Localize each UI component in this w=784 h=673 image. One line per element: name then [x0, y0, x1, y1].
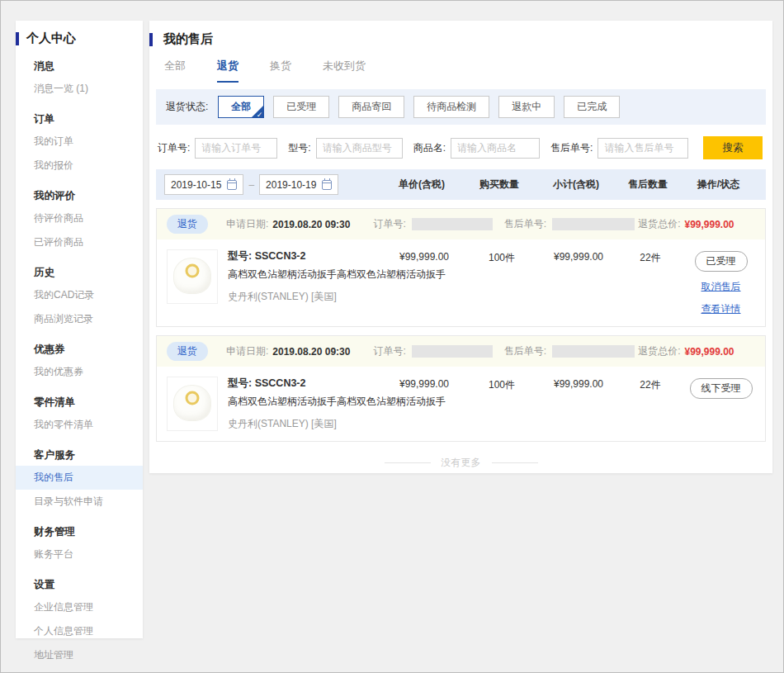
tab-returns[interactable]: 退货: [217, 59, 239, 83]
sidebar-item-catalog-software[interactable]: 目录与软件申请: [16, 490, 143, 514]
return-total-value: ¥99,999.00: [684, 219, 734, 230]
qty-value: 100件: [465, 251, 538, 316]
return-status-filter: 退货状态: 全部 ✓ 已受理 商品寄回 待商品检测 退款中 已完成: [156, 89, 766, 125]
product-image[interactable]: [167, 377, 218, 431]
view-details-link[interactable]: 查看详情: [701, 302, 741, 316]
table-header: 2019-10-15 – 2019-10-19 单价(含税) 购买数量 小计(含…: [156, 169, 766, 200]
sidebar-title-text: 个人中心: [26, 31, 76, 46]
status-option-returned[interactable]: 商品寄回: [338, 96, 404, 118]
sidebar-item-reviewed[interactable]: 已评价商品: [16, 230, 143, 254]
divider-line: [492, 462, 538, 463]
col-subtotal: 小计(含税): [536, 178, 616, 192]
sidebar-item-invoice-mgmt[interactable]: 发票管理: [16, 667, 143, 673]
sidebar-title: 个人中心: [16, 21, 143, 48]
sidebar-item-browse-history[interactable]: 商品浏览记录: [16, 307, 143, 331]
sidebar-item-my-quotes[interactable]: 我的报价: [16, 154, 143, 178]
sidebar-item-pending-review[interactable]: 待评价商品: [16, 206, 143, 230]
sidebar-item-address-mgmt[interactable]: 地址管理: [16, 643, 143, 667]
product-description[interactable]: 高档双色沾塑柄活动扳手高档双色沾塑柄活动扳手: [228, 268, 383, 282]
sidebar-item-my-coupons[interactable]: 我的优惠券: [16, 360, 143, 384]
aftersale-no-redacted: [552, 345, 635, 358]
product-info: 型号: SSCCN3-2 高档双色沾塑柄活动扳手高档双色沾塑柄活动扳手 史丹利(…: [228, 249, 383, 304]
return-total-label: 退货总价:: [638, 344, 680, 358]
product-info: 型号: SSCCN3-2 高档双色沾塑柄活动扳手高档双色沾塑柄活动扳手 史丹利(…: [228, 377, 383, 431]
order-card: 退货 申请日期: 2019.08.20 09:30 订单号: 售后单号: 退货总…: [156, 335, 766, 442]
tab-all[interactable]: 全部: [164, 59, 186, 83]
apply-date-label: 申请日期:: [226, 217, 268, 231]
status-badge: 已受理: [695, 251, 748, 272]
subtotal-value: ¥99,999.00: [538, 378, 619, 399]
sidebar-item-messages[interactable]: 消息一览 (1): [16, 77, 143, 101]
return-total-value: ¥99,999.00: [684, 346, 734, 358]
return-status-label: 退货状态:: [166, 100, 208, 114]
check-icon: ✓: [257, 111, 263, 118]
aftersale-no-label: 售后单号:: [550, 141, 593, 155]
column-headers: 单价(含税) 购买数量 小计(含税) 售后数量 操作/状态: [380, 178, 758, 192]
order-no-input[interactable]: [195, 138, 277, 159]
date-to-value: 2019-10-19: [266, 179, 316, 191]
order-no-label: 订单号:: [373, 344, 405, 358]
sidebar-section-header: 我的评价: [16, 178, 143, 206]
status-option-inspection[interactable]: 待商品检测: [413, 96, 489, 118]
page-title-text: 我的售后: [163, 31, 213, 47]
sidebar-section-header: 设置: [16, 566, 143, 595]
date-from-picker[interactable]: 2019-10-15: [164, 174, 243, 195]
sidebar-item-parts-list[interactable]: 我的零件清单: [16, 413, 143, 437]
product-description[interactable]: 高档双色沾塑柄活动扳手高档双色沾塑柄活动扳手: [228, 395, 383, 409]
main-panel: 我的售后 全部 退货 换货 未收到货 退货状态: 全部 ✓ 已受理 商品寄回 待…: [149, 21, 772, 473]
search-row: 订单号: 型号: 商品名: 售后单号: 搜索: [149, 125, 772, 169]
tab-exchanges[interactable]: 换货: [270, 59, 291, 83]
model-label: 型号:: [288, 141, 310, 155]
search-button[interactable]: 搜索: [703, 136, 763, 159]
col-qty: 购买数量: [463, 178, 536, 192]
model-value: SSCCN3-2: [255, 377, 306, 389]
col-unit-price: 单价(含税): [380, 178, 463, 192]
status-option-completed[interactable]: 已完成: [564, 96, 620, 118]
product-brand: 史丹利(STANLEY) [美国]: [228, 290, 383, 304]
date-to-picker[interactable]: 2019-10-19: [259, 174, 338, 195]
unit-price-value: ¥99,999.00: [383, 251, 465, 316]
order-values: ¥99,999.00 100件 ¥99,999.00 22件 线下受理: [383, 377, 760, 399]
sidebar-item-company-info[interactable]: 企业信息管理: [16, 595, 143, 619]
apply-date-value: 2019.08.20 09:30: [272, 346, 350, 358]
sidebar-section-header: 优惠券: [16, 331, 143, 360]
product-name-label: 商品名:: [413, 141, 446, 155]
sidebar-section-header: 消息: [16, 48, 143, 77]
status-option-accepted[interactable]: 已受理: [273, 96, 329, 118]
product-image[interactable]: [167, 249, 218, 304]
sidebar-item-billing-platform[interactable]: 账务平台: [16, 543, 143, 566]
model-label: 型号:: [228, 250, 252, 262]
product-image-valve: [186, 391, 200, 405]
product-brand: 史丹利(STANLEY) [美国]: [228, 417, 383, 431]
sidebar-section-header: 财务管理: [16, 514, 143, 543]
sidebar-section-header: 零件清单: [16, 384, 143, 413]
model-input[interactable]: [316, 138, 403, 159]
return-badge: 退货: [167, 215, 208, 234]
calendar-icon: [322, 180, 332, 190]
model-field: 型号:: [288, 138, 402, 159]
cancel-aftersale-link[interactable]: 取消售后: [701, 280, 741, 294]
return-total-label: 退货总价:: [638, 217, 680, 231]
apply-date-value: 2019.08.20 09:30: [272, 219, 350, 230]
sidebar-item-cad-history[interactable]: 我的CAD记录: [16, 283, 143, 307]
subtotal-value: ¥99,999.00: [538, 251, 619, 316]
aftersale-qty-value: 22件: [619, 251, 682, 316]
sidebar-item-personal-info[interactable]: 个人信息管理: [16, 619, 143, 643]
aftersale-tabs: 全部 退货 换货 未收到货: [149, 52, 772, 83]
sidebar-item-my-orders[interactable]: 我的订单: [16, 130, 143, 154]
sidebar-item-my-aftersales[interactable]: 我的售后: [16, 466, 143, 490]
status-option-refunding[interactable]: 退款中: [498, 96, 555, 118]
aftersale-no-field: 售后单号:: [550, 138, 688, 159]
sidebar-section-header: 历史: [16, 254, 143, 283]
tab-not-received[interactable]: 未收到货: [323, 59, 366, 83]
aftersale-no-input[interactable]: [597, 138, 688, 159]
status-option-all[interactable]: 全部 ✓: [218, 96, 264, 118]
action-status-cell: 已受理 取消售后 查看详情: [682, 251, 760, 316]
title-accent-bar: [16, 32, 19, 45]
col-action-status: 操作/状态: [679, 178, 758, 192]
date-separator: –: [248, 179, 254, 191]
product-image-shape: [173, 385, 211, 421]
product-name-field: 商品名:: [413, 138, 540, 159]
order-card-header: 退货 申请日期: 2019.08.20 09:30 订单号: 售后单号: 退货总…: [157, 336, 765, 367]
product-name-input[interactable]: [451, 138, 540, 159]
